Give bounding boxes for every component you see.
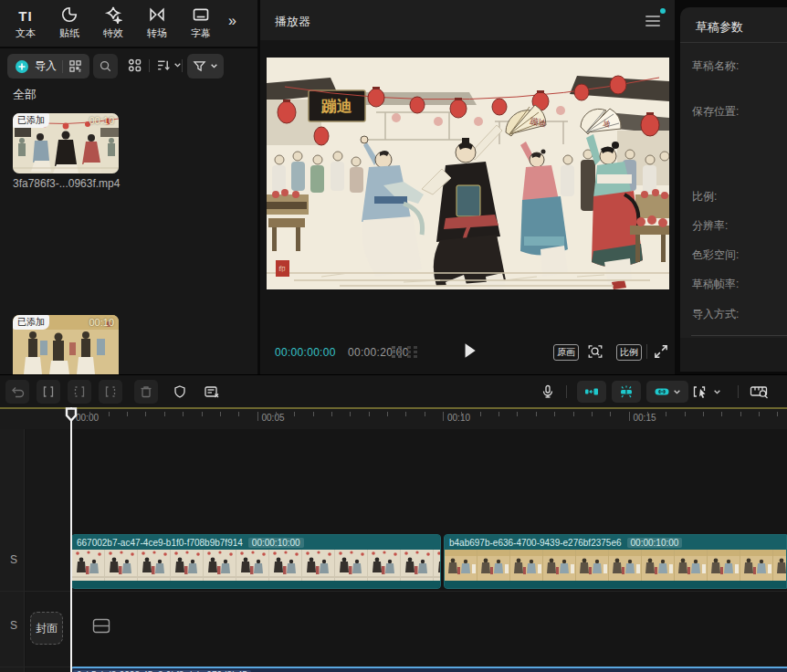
playhead-line[interactable] (70, 407, 72, 672)
sort-icon[interactable] (156, 58, 182, 73)
tab-effects[interactable]: 特效 (91, 5, 135, 40)
draft-params-title: 草稿参数 (696, 19, 743, 36)
video-clip-1[interactable]: 667002b7-ac47-4ce9-b1f0-f708b9b7f914 00:… (71, 534, 441, 589)
audio-clip-header: 0cb5cbd3-9223-45a3-9bf3-dabc070d3b45 (71, 668, 787, 672)
added-badge: 已添加 (13, 113, 49, 128)
transition-icon (135, 5, 179, 26)
player-header: 播放器 (260, 0, 675, 40)
media-duration: 00:10 (89, 317, 114, 328)
player-panel: 播放器 蹦迪 (260, 0, 675, 374)
search-button[interactable] (93, 54, 118, 79)
filter-button[interactable] (187, 54, 224, 79)
svg-text:蹦迪: 蹦迪 (320, 98, 352, 115)
cover-frame-icon[interactable] (92, 618, 110, 637)
field-save-location: 保存位置: (692, 104, 739, 120)
trim-right-button[interactable] (99, 380, 122, 404)
audio-clip[interactable]: 0cb5cbd3-9223-45a3-9bf3-dabc070d3b45 (71, 667, 787, 672)
chevron-down-icon (210, 62, 218, 70)
chevron-down-icon (673, 388, 681, 396)
grid-view-icon[interactable] (127, 58, 142, 73)
caption-icon (179, 5, 223, 26)
timeline-zoom-button[interactable] (750, 383, 770, 400)
ruler-label: 00:05 (262, 413, 285, 423)
auto-beat-toggle[interactable] (612, 381, 641, 403)
field-frame-rate: 草稿帧率: (692, 277, 739, 292)
cover-button[interactable]: 封面 (30, 612, 63, 645)
filmstrip (72, 550, 440, 581)
draft-params-panel: 草稿参数 草稿名称: 保存位置: 比例: 分辨率: 色彩空间: 草稿帧率: 导入… (680, 7, 787, 372)
field-ratio: 比例: (692, 189, 717, 205)
field-import-mode: 导入方式: (692, 307, 739, 322)
media-filter-all-tab[interactable]: 全部 (13, 87, 37, 103)
video-preview-image: 蹦迪 (267, 58, 669, 289)
chevron-down-icon (713, 388, 721, 396)
ruler-label: 00:15 (634, 413, 656, 423)
field-resolution: 分辨率: (692, 218, 728, 234)
video-editor-app: TI 文本 贴纸 特效 转场 字幕 » (0, 0, 787, 672)
added-badge: 已添加 (13, 315, 49, 330)
media-item-thumbnail[interactable]: 已添加 00:10 (13, 315, 119, 374)
playhead-handle[interactable] (65, 407, 78, 426)
ruler-label: 00:00 (76, 413, 99, 423)
tab-transitions[interactable]: 转场 (135, 5, 179, 40)
track-toggle-s[interactable]: S (7, 619, 20, 632)
tab-captions[interactable]: 字幕 (179, 5, 223, 40)
sparkle-icon (91, 5, 135, 26)
link-preview-toggle[interactable] (646, 381, 688, 403)
preview-zoom-icon[interactable] (587, 343, 603, 360)
timeline-tracks: S S S 封面 667002b7-ac47-4ce9-b1f0-f708b9b… (0, 429, 787, 672)
media-library-panel: 导入 全部 (0, 48, 257, 374)
media-item-name: 3fa786f3-...0963f.mp4 (13, 177, 120, 190)
timeline-toolbar (0, 374, 787, 407)
tab-text[interactable]: TI 文本 (4, 5, 47, 40)
play-button[interactable] (461, 341, 477, 360)
video-preview[interactable]: 蹦迪 (267, 58, 669, 289)
snap-toggle[interactable] (577, 381, 606, 403)
sticker-icon (47, 5, 91, 26)
link-icon (654, 385, 670, 398)
player-menu-button[interactable] (645, 16, 660, 26)
plus-circle-icon (15, 59, 29, 74)
snap-icon (584, 385, 599, 398)
fullscreen-icon[interactable] (653, 343, 669, 360)
timeline-section: 00:0000:0500:1000:15 S S S 封面 667002b7-a… (0, 374, 787, 672)
asset-type-toolbar: TI 文本 贴纸 特效 转场 字幕 » (0, 0, 257, 47)
field-color-space: 色彩空间: (692, 247, 739, 263)
timeline-ruler[interactable]: 00:0000:0500:1000:15 (0, 409, 787, 429)
search-icon (99, 59, 112, 73)
draft-panel-footer (680, 338, 787, 372)
qr-import-icon[interactable] (68, 59, 82, 73)
select-mode-button[interactable] (692, 383, 721, 400)
filmstrip (445, 550, 786, 581)
import-button[interactable]: 导入 (7, 54, 89, 79)
media-item-thumbnail[interactable]: 已添加 00:10 (13, 113, 119, 173)
filter-funnel-icon (193, 59, 206, 73)
record-voiceover-button[interactable] (536, 380, 560, 404)
beat-marker-icon (618, 384, 635, 399)
delete-captions-button[interactable] (200, 380, 224, 404)
chevron-down-icon (173, 61, 182, 69)
video-clip-header: 667002b7-ac47-4ce9-b1f0-f708b9b7f914 00:… (72, 535, 440, 550)
preview-frames-icon[interactable] (391, 345, 403, 358)
mask-button[interactable] (168, 380, 192, 404)
player-controls: 00:00:00:00 00:00:20:00 原画 比例 (260, 329, 675, 374)
field-draft-name: 草稿名称: (692, 58, 739, 74)
track-toggle-s[interactable]: S (7, 553, 20, 566)
aspect-ratio-button[interactable]: 比例 (616, 344, 642, 361)
current-time: 00:00:00:00 (275, 346, 336, 359)
delete-button[interactable] (134, 380, 158, 404)
notification-dot (660, 8, 666, 14)
track-header-column: S S S (0, 429, 25, 672)
video-clip-header: b4ab697b-e636-4700-9439-e276bf2375e6 00:… (445, 535, 786, 550)
video-clip-2[interactable]: b4ab697b-e636-4700-9439-e276bf2375e6 00:… (444, 534, 787, 589)
trim-left-button[interactable] (68, 380, 91, 404)
media-duration: 00:10 (89, 115, 114, 126)
original-quality-button[interactable]: 原画 (553, 344, 579, 361)
preview-frames-icon-2[interactable] (406, 345, 418, 358)
toolbar-expand-button[interactable]: » (228, 13, 235, 29)
split-clip-button[interactable] (37, 380, 60, 404)
tab-sticker[interactable]: 贴纸 (47, 5, 91, 40)
svg-text:印: 印 (279, 266, 286, 272)
player-title: 播放器 (275, 14, 310, 30)
undo-button[interactable] (5, 380, 29, 404)
